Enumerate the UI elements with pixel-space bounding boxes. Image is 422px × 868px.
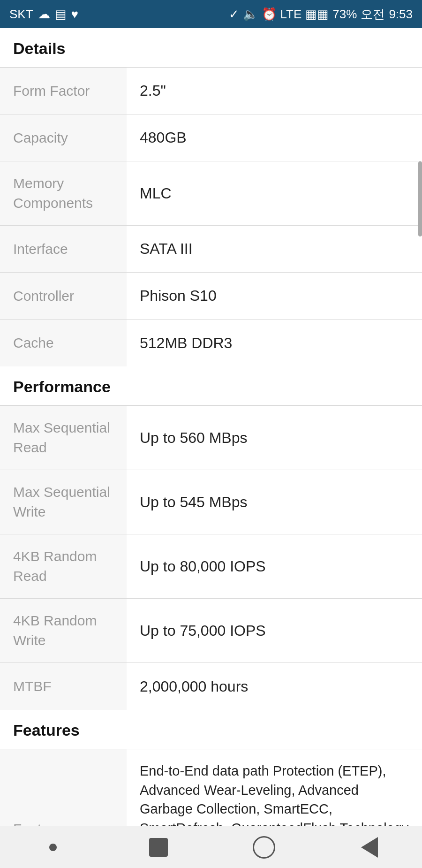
status-right: ✓ 🔈 ⏰ LTE ▦▦ 73% 오전 9:53 bbox=[229, 6, 413, 23]
table-row: Controller Phison S10 bbox=[0, 273, 422, 320]
bluetooth-icon: ✓ bbox=[229, 7, 239, 22]
nav-square-button[interactable] bbox=[145, 834, 171, 860]
table-row: Memory Components MLC bbox=[0, 161, 422, 226]
table-row: Max Sequential Write Up to 545 MBps bbox=[0, 470, 422, 534]
capacity-value: 480GB bbox=[127, 114, 422, 161]
form-factor-value: 2.5" bbox=[127, 68, 422, 114]
details-section-header: Details bbox=[0, 28, 422, 67]
memory-components-label: Memory Components bbox=[0, 161, 127, 225]
scrollbar-indicator bbox=[418, 161, 422, 236]
controller-label: Controller bbox=[0, 273, 127, 319]
mtbf-label: MTBF bbox=[0, 663, 127, 710]
interface-value: SATA III bbox=[127, 226, 422, 272]
carrier-label: SKT bbox=[9, 7, 33, 22]
cache-label: Cache bbox=[0, 320, 127, 366]
4kb-rand-write-label: 4KB Random Write bbox=[0, 599, 127, 662]
table-row: 4KB Random Read Up to 80,000 IOPS bbox=[0, 534, 422, 599]
table-row: Max Sequential Read Up to 560 MBps bbox=[0, 406, 422, 470]
mute-icon: 🔈 bbox=[243, 7, 258, 22]
dot-icon bbox=[49, 844, 57, 851]
circle-icon bbox=[253, 836, 275, 859]
max-seq-write-label: Max Sequential Write bbox=[0, 470, 127, 534]
back-icon bbox=[361, 837, 378, 858]
capacity-label: Capacity bbox=[0, 114, 127, 161]
max-seq-read-value: Up to 560 MBps bbox=[127, 406, 422, 470]
features-section-header: Features bbox=[0, 710, 422, 749]
page-content: Details Form Factor 2.5" Capacity 480GB … bbox=[0, 28, 422, 868]
activity-icon: ▤ bbox=[55, 7, 67, 22]
nav-home-button[interactable] bbox=[251, 834, 277, 860]
4kb-rand-read-label: 4KB Random Read bbox=[0, 534, 127, 598]
nav-back-button[interactable] bbox=[356, 834, 382, 860]
heart-icon: ♥ bbox=[71, 7, 78, 22]
cache-value: 512MB DDR3 bbox=[127, 320, 422, 366]
performance-table: Max Sequential Read Up to 560 MBps Max S… bbox=[0, 406, 422, 710]
nav-bar bbox=[0, 826, 422, 868]
interface-label: Interface bbox=[0, 226, 127, 272]
max-seq-read-label: Max Sequential Read bbox=[0, 406, 127, 470]
status-bar: SKT ☁ ▤ ♥ ✓ 🔈 ⏰ LTE ▦▦ 73% 오전 9:53 bbox=[0, 0, 422, 28]
cloud-icon: ☁ bbox=[38, 7, 50, 22]
table-row: Interface SATA III bbox=[0, 226, 422, 273]
form-factor-label: Form Factor bbox=[0, 68, 127, 114]
time-label: 9:53 bbox=[389, 7, 413, 22]
table-row: Capacity 480GB bbox=[0, 114, 422, 161]
table-row: Form Factor 2.5" bbox=[0, 68, 422, 114]
controller-value: Phison S10 bbox=[127, 273, 422, 319]
details-table: Form Factor 2.5" Capacity 480GB Memory C… bbox=[0, 68, 422, 366]
period-label: 오전 bbox=[361, 6, 385, 23]
alarm-icon: ⏰ bbox=[262, 7, 277, 22]
4kb-rand-read-value: Up to 80,000 IOPS bbox=[127, 534, 422, 598]
4kb-rand-write-value: Up to 75,000 IOPS bbox=[127, 599, 422, 662]
table-row: 4KB Random Write Up to 75,000 IOPS bbox=[0, 599, 422, 663]
mtbf-value: 2,000,000 hours bbox=[127, 663, 422, 710]
memory-components-value: MLC bbox=[127, 161, 422, 225]
table-row: MTBF 2,000,000 hours bbox=[0, 663, 422, 710]
nav-dot-button[interactable] bbox=[40, 834, 66, 860]
status-left: SKT ☁ ▤ ♥ bbox=[9, 7, 78, 22]
lte-icon: LTE bbox=[280, 7, 302, 22]
battery-label: 73% bbox=[332, 7, 357, 22]
performance-section-header: Performance bbox=[0, 366, 422, 405]
table-row: Cache 512MB DDR3 bbox=[0, 320, 422, 366]
signal-icon: ▦▦ bbox=[305, 7, 329, 22]
max-seq-write-value: Up to 545 MBps bbox=[127, 470, 422, 534]
square-icon bbox=[149, 838, 168, 857]
